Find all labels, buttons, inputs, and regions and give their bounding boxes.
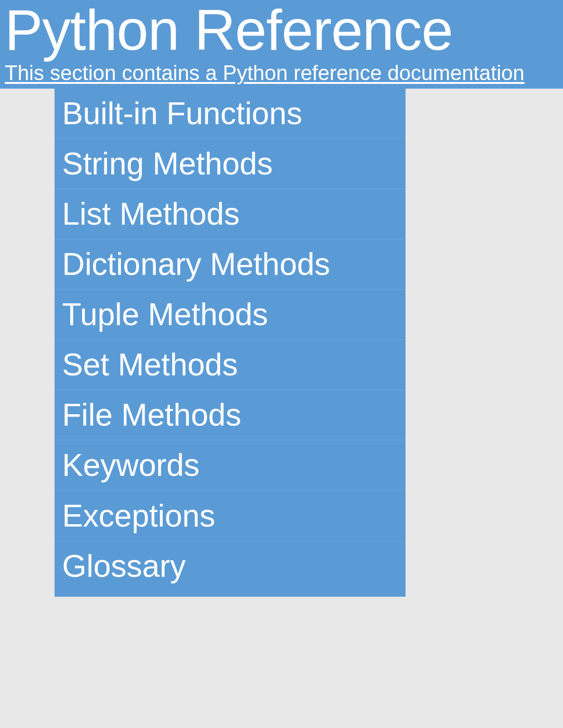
- list-item-exceptions[interactable]: Exceptions: [55, 491, 406, 541]
- page-subtitle: This section contains a Python reference…: [5, 60, 558, 86]
- list-item-dictionary-methods[interactable]: Dictionary Methods: [55, 239, 406, 290]
- list-item-set-methods[interactable]: Set Methods: [55, 340, 406, 390]
- page-header: Python Reference This section contains a…: [0, 0, 563, 89]
- list-item-tuple-methods[interactable]: Tuple Methods: [55, 290, 406, 340]
- list-item-glossary[interactable]: Glossary: [55, 541, 406, 597]
- list-item-built-in-functions[interactable]: Built-in Functions: [55, 89, 406, 139]
- list-item-file-methods[interactable]: File Methods: [55, 390, 406, 440]
- reference-list: Built-in Functions String Methods List M…: [55, 89, 406, 597]
- list-item-list-methods[interactable]: List Methods: [55, 189, 406, 239]
- page-title: Python Reference: [5, 0, 558, 60]
- list-item-string-methods[interactable]: String Methods: [55, 139, 406, 189]
- list-item-keywords[interactable]: Keywords: [55, 440, 406, 491]
